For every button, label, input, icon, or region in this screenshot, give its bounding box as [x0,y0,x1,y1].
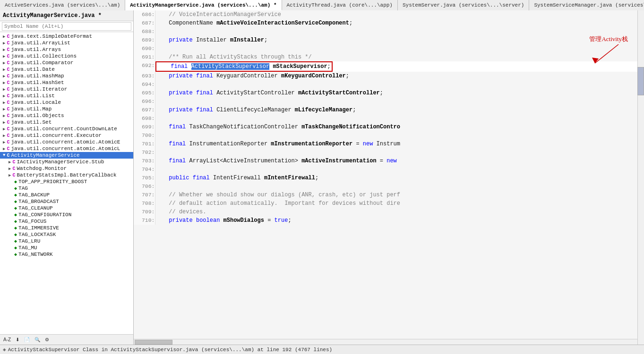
toolbar-file-button[interactable]: 📄 [23,337,31,343]
tree-item-list[interactable]: ▶ C java.util.List [0,93,133,99]
tree-item-arrays[interactable]: ▶ C java.util.Arrays [0,46,133,53]
class-icon: C [7,47,9,52]
tree-item-map[interactable]: ▶ C java.util.Map [0,106,133,112]
code-scroll[interactable]: 管理Activity栈 686: // VoiceInteractionMana… [134,10,637,339]
line-number: 707: [134,191,155,199]
tree-item-atomic-l[interactable]: ▶ C java.util.concurrent.atomic.AtomicL [0,145,133,152]
tree-item-activity-manager-service[interactable]: ▼ C ActivityManagerService [0,152,133,159]
tree-item-tag-broadcast[interactable]: ◆ TAG_BROADCAST [0,198,133,205]
tree-item-tag-lru[interactable]: ◆ TAG_LRU [0,238,133,244]
line-number: 686: [134,10,155,19]
tree-item-set[interactable]: ▶ C java.util.Set [0,119,133,126]
line-number: 697: [134,106,155,114]
line-number: 691: [134,53,155,61]
tree-item-tag-mu[interactable]: ◆ TAG_MU [0,244,133,251]
toolbar-settings-button[interactable]: ⚙ [43,337,51,343]
code-line-704: 704: [134,165,637,174]
line-content [155,27,637,36]
line-number: 688: [134,27,155,36]
line-content: public final IntentFirewall mIntentFirew… [155,174,637,182]
line-number: 706: [134,182,155,191]
line-number: 695: [134,89,155,97]
toolbar-search-button[interactable]: 🔍 [33,337,42,343]
tree-item-tag-network[interactable]: ◆ TAG_NETWORK [0,251,133,258]
item-label: java.util.Iterator [11,86,67,92]
code-line-705: 705: public final IntentFirewall mIntent… [134,174,637,182]
annotation-text: 管理Activity栈 [589,35,628,43]
line-content: final ArrayList<ActiveInstrumentation> m… [155,157,637,165]
hscroll-thumb[interactable] [135,340,172,345]
right-scrollbar-thumb[interactable] [637,67,644,95]
item-label: java.util.concurrent.atomic.AtomicE [11,139,120,145]
right-scrollbar[interactable] [637,10,644,345]
code-line-686: 686: // VoiceInteractionManagerService [134,10,637,19]
expand-arrow: ▶ [3,80,5,85]
tab-system-server[interactable]: SystemServer.java (services\...\server) [398,0,529,10]
tree-item-atomic-e[interactable]: ▶ C java.util.concurrent.atomic.AtomicE [0,139,133,145]
tree-item-arraylist[interactable]: ▶ C java.util.ArrayList [0,40,133,46]
item-label: TAG_LRU [18,238,40,244]
class-icon: C [12,160,15,165]
class-icon: C [7,113,9,118]
tree-item-simpledateformat[interactable]: ▶ C java.text.SimpleDateFormat [0,33,133,40]
expand-arrow: ▶ [3,113,5,118]
tree-item-tag-backup[interactable]: ◆ TAG_BACKUP [0,192,133,198]
tree-item-battery-callback[interactable]: ▶ C BatteryStatsImpl.BatteryCallback [0,172,133,178]
code-line-694: 694: [134,80,637,89]
line-content: // devices. [155,208,637,216]
tree-item-countdown[interactable]: ▶ C java.util.concurrent.CountDownLate [0,126,133,132]
item-label: TAG_CLEANUP [18,205,53,211]
tree-item-tag-configuration[interactable]: ◆ TAG_CONFIGURATION [0,211,133,218]
sidebar-tree[interactable]: ▶ C java.text.SimpleDateFormat ▶ C java.… [0,32,133,334]
tree-item-tag-locktask[interactable]: ◆ TAG_LOCKTASK [0,231,133,238]
line-number: 690: [134,44,155,53]
tree-item-tag[interactable]: ◆ TAG [0,185,133,192]
field-icon: ◆ [14,232,17,237]
line-number: 687: [134,19,155,27]
item-label: java.util.Collections [11,53,77,59]
item-label: TAG [18,185,28,191]
tree-item-tag-cleanup[interactable]: ◆ TAG_CLEANUP [0,205,133,211]
svg-line-0 [595,44,618,63]
item-label: TAG_IMMERSIVE [18,225,59,231]
tree-item-hashset[interactable]: ▶ C java.util.HashSet [0,79,133,86]
code-line-708: 708: // default action automatically. Im… [134,199,637,208]
tab-activity-manager-service[interactable]: ActivityManagerService.java (services\..… [125,0,282,10]
status-bar: ◈ ActivityStackSupervisor Class in Activ… [0,345,644,354]
tab-activity-thread[interactable]: ActivityThread.java (core\...\app) [282,0,398,10]
tree-item-hashmap[interactable]: ▶ C java.util.HashMap [0,73,133,79]
tree-item-tag-immersive[interactable]: ◆ TAG_IMMERSIVE [0,225,133,231]
code-area-wrapper: 管理Activity栈 686: // VoiceInteractionMana… [134,10,644,345]
tab-bar: ActiveServices.java (services\...\am) Ac… [0,0,644,10]
code-line-703: 703: final ArrayList<ActiveInstrumentati… [134,157,637,165]
toolbar-az-button[interactable]: A-Z [2,337,12,343]
expand-arrow: ▶ [3,126,5,132]
tree-item-locale[interactable]: ▶ C java.util.Locale [0,99,133,106]
tab-system-service-manager[interactable]: SystemServiceManager.java (services\...\… [529,0,644,10]
line-content: private final ClientLifecycleManager mLi… [155,106,637,114]
tree-item-top-app-priority[interactable]: ◆ TOP_APP_PRIORITY_BOOST [0,178,133,185]
toolbar-sort-button[interactable]: ⬇ [14,337,21,343]
tab-active-services[interactable]: ActiveServices.java (services\...\am) [0,0,125,10]
tree-item-date[interactable]: ▶ C java.util.Date [0,66,133,73]
code-line-698: 698: [134,114,637,123]
expand-arrow: ▶ [3,87,5,92]
symbol-search-input[interactable] [2,22,131,31]
tree-item-tag-focus[interactable]: ◆ TAG_FOCUS [0,218,133,225]
sidebar-toolbar: A-Z ⬇ 📄 🔍 ⚙ [0,334,133,345]
tree-item-iactivity-stub[interactable]: ▶ C IActivityManagerService.Stub [0,159,133,165]
item-label: java.util.HashSet [11,80,64,85]
line-content: private final KeyguardController mKeygua… [155,72,637,80]
line-number: 704: [134,165,155,174]
code-line-691: 691: /** Run all ActivityStacks through … [134,53,637,61]
field-icon: ◆ [14,245,17,251]
line-number: 689: [134,36,155,44]
horizontal-scrollbar[interactable] [134,339,637,345]
tree-item-objects[interactable]: ▶ C java.util.Objects [0,112,133,119]
tree-item-watchdog-monitor[interactable]: ▶ C Watchdog.Monitor [0,165,133,172]
line-content [155,148,637,157]
tree-item-collections[interactable]: ▶ C java.util.Collections [0,53,133,59]
tree-item-executor[interactable]: ▶ C java.util.concurrent.Executor [0,132,133,139]
tree-item-iterator[interactable]: ▶ C java.util.Iterator [0,86,133,93]
tree-item-comparator[interactable]: ▶ C java.util.Comparator [0,59,133,66]
